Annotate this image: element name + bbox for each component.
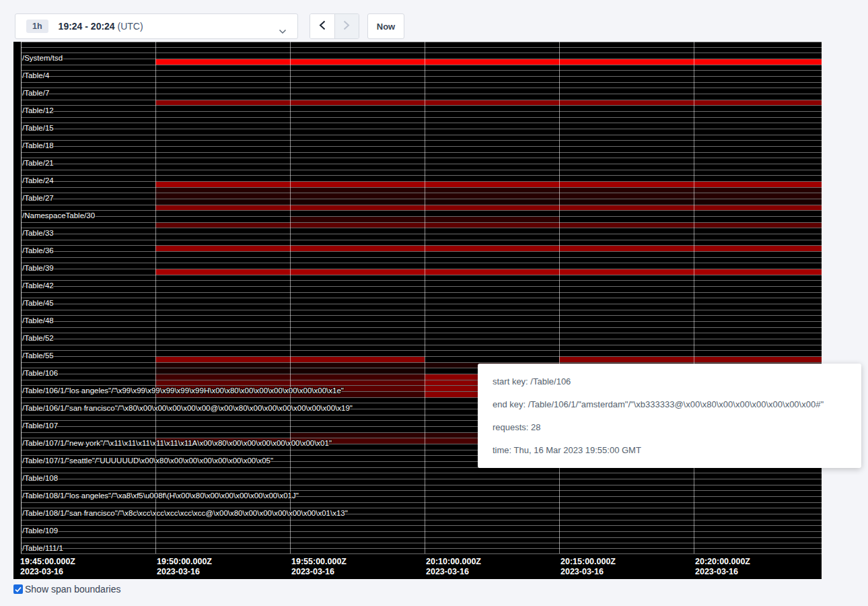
heatmap-cell[interactable]: [21, 275, 155, 280]
heatmap-cell[interactable]: [694, 112, 822, 117]
heatmap-cell[interactable]: [290, 310, 425, 315]
heatmap-cell[interactable]: [559, 42, 694, 47]
heatmap-cell[interactable]: [21, 485, 155, 490]
heatmap-cell[interactable]: [155, 77, 290, 82]
heatmap-cell[interactable]: [425, 508, 559, 514]
heatmap-cell[interactable]: [559, 65, 694, 70]
heatmap-cell[interactable]: [155, 316, 290, 321]
heatmap-cell[interactable]: [425, 205, 559, 210]
heatmap-cell[interactable]: [290, 543, 425, 548]
heatmap-cell[interactable]: [155, 188, 290, 193]
heatmap-cell[interactable]: [290, 520, 425, 525]
heatmap-cell[interactable]: [290, 351, 425, 356]
heatmap-cell[interactable]: [425, 252, 559, 257]
heatmap-cell[interactable]: [694, 182, 822, 187]
heatmap-cell[interactable]: [290, 53, 425, 59]
heatmap-cell[interactable]: [290, 59, 425, 65]
heatmap-cell[interactable]: [694, 59, 822, 65]
heatmap-cell[interactable]: [425, 538, 559, 543]
heatmap-cell[interactable]: [155, 170, 290, 175]
heatmap-cell[interactable]: [155, 450, 290, 455]
heatmap-cell[interactable]: [155, 147, 290, 152]
heatmap-cell[interactable]: [694, 147, 822, 152]
heatmap-cell[interactable]: [559, 252, 694, 257]
heatmap-cell[interactable]: [694, 503, 822, 508]
heatmap-cell[interactable]: [290, 188, 425, 193]
heatmap-cell[interactable]: [694, 217, 822, 222]
heatmap-cell[interactable]: [559, 77, 694, 82]
heatmap-cell[interactable]: [290, 333, 425, 339]
heatmap-cell[interactable]: [290, 141, 425, 146]
heatmap-cell[interactable]: [155, 153, 290, 158]
heatmap-cell[interactable]: [21, 380, 155, 385]
heatmap-cell[interactable]: [559, 217, 694, 222]
heatmap-cell[interactable]: [155, 211, 290, 216]
heatmap-cell[interactable]: [559, 287, 694, 292]
heatmap-cell[interactable]: [290, 199, 425, 205]
heatmap-cell[interactable]: [290, 88, 425, 94]
heatmap-cell[interactable]: [694, 526, 822, 531]
heatmap-cell[interactable]: [694, 158, 822, 164]
heatmap-cell[interactable]: [559, 357, 694, 362]
heatmap-cell[interactable]: [559, 281, 694, 286]
heatmap-cell[interactable]: [290, 497, 425, 502]
heatmap-cell[interactable]: [290, 462, 425, 467]
heatmap-cell[interactable]: [155, 269, 290, 275]
heatmap-cell[interactable]: [694, 287, 822, 292]
heatmap-cell[interactable]: [155, 252, 290, 257]
heatmap-cell[interactable]: [694, 339, 822, 345]
heatmap-cell[interactable]: [559, 473, 694, 479]
heatmap-cell[interactable]: [694, 176, 822, 181]
heatmap-cell[interactable]: [425, 269, 559, 275]
heatmap-cell[interactable]: [155, 357, 290, 362]
heatmap-cell[interactable]: [290, 421, 425, 426]
heatmap-cell[interactable]: [559, 304, 694, 310]
heatmap-cell[interactable]: [21, 538, 155, 543]
heatmap-cell[interactable]: [559, 129, 694, 135]
heatmap-cell[interactable]: [425, 141, 559, 146]
heatmap-cell[interactable]: [155, 485, 290, 490]
heatmap-cell[interactable]: [694, 88, 822, 94]
heatmap-cell[interactable]: [425, 322, 559, 327]
heatmap-cell[interactable]: [694, 543, 822, 548]
heatmap-cell[interactable]: [21, 48, 155, 53]
heatmap-cell[interactable]: [155, 205, 290, 210]
heatmap-cell[interactable]: [155, 526, 290, 531]
heatmap-cell[interactable]: [425, 293, 559, 298]
heatmap-cell[interactable]: [425, 316, 559, 321]
key-visualizer-canvas[interactable]: /System/tsd/Table/4/Table/7/Table/12/Tab…: [13, 42, 822, 579]
heatmap-cell[interactable]: [559, 199, 694, 205]
heatmap-cell[interactable]: [290, 316, 425, 321]
heatmap-cell[interactable]: [425, 223, 559, 228]
heatmap-cell[interactable]: [694, 94, 822, 100]
heatmap-cell[interactable]: [694, 53, 822, 59]
heatmap-cell[interactable]: [290, 374, 425, 380]
heatmap-cell[interactable]: [559, 176, 694, 181]
heatmap-cell[interactable]: [425, 246, 559, 251]
heatmap-cell[interactable]: [425, 468, 559, 473]
heatmap-cell[interactable]: [155, 281, 290, 286]
heatmap-cell[interactable]: [155, 141, 290, 146]
heatmap-cell[interactable]: [155, 333, 290, 339]
heatmap-cell[interactable]: [425, 258, 559, 263]
heatmap-cell[interactable]: [694, 252, 822, 257]
heatmap-cell[interactable]: [559, 240, 694, 245]
heatmap-cell[interactable]: [155, 310, 290, 315]
heatmap-cell[interactable]: [21, 83, 155, 88]
heatmap-cell[interactable]: [155, 538, 290, 543]
heatmap-cell[interactable]: [290, 129, 425, 135]
heatmap-cell[interactable]: [155, 293, 290, 298]
heatmap-cell[interactable]: [425, 211, 559, 216]
heatmap-cell[interactable]: [694, 333, 822, 339]
heatmap-cell[interactable]: [155, 549, 290, 553]
heatmap-cell[interactable]: [155, 380, 290, 385]
heatmap-cell[interactable]: [425, 147, 559, 152]
heatmap-cell[interactable]: [694, 549, 822, 553]
heatmap-cell[interactable]: [694, 211, 822, 216]
heatmap-cell[interactable]: [559, 153, 694, 158]
heatmap-cell[interactable]: [694, 538, 822, 543]
heatmap-cell[interactable]: [425, 240, 559, 245]
heatmap-cell[interactable]: [155, 298, 290, 304]
heatmap-cell[interactable]: [155, 339, 290, 345]
heatmap-cell[interactable]: [155, 304, 290, 310]
